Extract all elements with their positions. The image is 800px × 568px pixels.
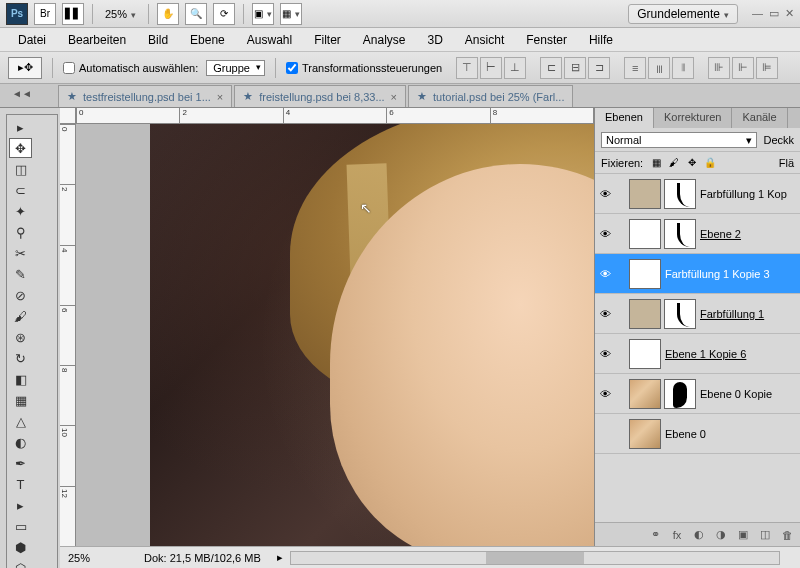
layer-thumbnail[interactable] xyxy=(629,299,661,329)
eraser-tool[interactable]: ◧ xyxy=(9,369,32,389)
rotate-view-icon[interactable]: ⟳ xyxy=(213,3,235,25)
menu-auswahl[interactable]: Auswahl xyxy=(237,30,302,50)
history-brush-tool[interactable]: ↻ xyxy=(9,348,32,368)
layer-row[interactable]: 👁Ebene 2 xyxy=(595,214,800,254)
collapse-arrows-icon[interactable]: ◄◄ xyxy=(12,88,32,99)
align-right-icon[interactable]: ⊐ xyxy=(588,57,610,79)
distribute-5-icon[interactable]: ⊩ xyxy=(732,57,754,79)
close-button[interactable]: ✕ xyxy=(785,7,794,20)
visibility-toggle[interactable]: 👁 xyxy=(597,348,613,360)
horizontal-scrollbar[interactable] xyxy=(290,551,780,565)
layer-row[interactable]: 👁Ebene 1 Kopie 6 xyxy=(595,334,800,374)
align-vcenter-icon[interactable]: ⊢ xyxy=(480,57,502,79)
tab-korrekturen[interactable]: Korrekturen xyxy=(654,108,732,128)
menu-ansicht[interactable]: Ansicht xyxy=(455,30,514,50)
layer-name[interactable]: Farbfüllung 1 xyxy=(700,308,798,320)
menu-filter[interactable]: Filter xyxy=(304,30,351,50)
blur-tool[interactable]: △ xyxy=(9,411,32,431)
brush-tool[interactable]: 🖌 xyxy=(9,306,32,326)
move-tool-active[interactable]: ✥ xyxy=(9,138,32,158)
layer-row[interactable]: 👁Farbfüllung 1 xyxy=(595,294,800,334)
layer-row[interactable]: Ebene 0 xyxy=(595,414,800,454)
blend-mode-select[interactable]: Normal xyxy=(601,132,757,148)
doc-tab-3[interactable]: ★ tutorial.psd bei 25% (Farl... xyxy=(408,85,573,107)
menu-analyse[interactable]: Analyse xyxy=(353,30,416,50)
menu-3d[interactable]: 3D xyxy=(418,30,453,50)
pen-tool[interactable]: ✒ xyxy=(9,453,32,473)
distribute-3-icon[interactable]: ⫴ xyxy=(672,57,694,79)
minibridge-icon[interactable]: ▋▋ xyxy=(62,3,84,25)
distribute-1-icon[interactable]: ≡ xyxy=(624,57,646,79)
hand-tool-icon[interactable]: ✋ xyxy=(157,3,179,25)
lock-transparency-icon[interactable]: ▦ xyxy=(649,156,663,170)
doc-tab-2[interactable]: ★ freistellung.psd bei 8,33... × xyxy=(234,85,406,107)
layer-row[interactable]: 👁Ebene 0 Kopie xyxy=(595,374,800,414)
distribute-4-icon[interactable]: ⊪ xyxy=(708,57,730,79)
close-icon[interactable]: × xyxy=(391,91,397,103)
eyedropper-tool[interactable]: ✎ xyxy=(9,264,32,284)
menu-ebene[interactable]: Ebene xyxy=(180,30,235,50)
layer-name[interactable]: Ebene 1 Kopie 6 xyxy=(665,348,798,360)
layer-thumbnail[interactable] xyxy=(664,219,696,249)
lasso-tool[interactable]: ⊂ xyxy=(9,180,32,200)
scrollbar-thumb[interactable] xyxy=(486,552,584,564)
status-zoom[interactable]: 25% xyxy=(68,552,128,564)
workspace-menu[interactable]: Grundelemente xyxy=(628,4,738,24)
zoom-tool-icon[interactable]: 🔍 xyxy=(185,3,207,25)
visibility-toggle[interactable]: 👁 xyxy=(597,188,613,200)
type-tool[interactable]: T xyxy=(9,474,32,494)
bridge-icon[interactable]: Br xyxy=(34,3,56,25)
lock-pixels-icon[interactable]: 🖌 xyxy=(667,156,681,170)
layer-row[interactable]: 👁Farbfüllung 1 Kopie 3 xyxy=(595,254,800,294)
vertical-ruler[interactable]: 0 2 4 6 8 10 12 xyxy=(60,124,76,546)
stamp-tool[interactable]: ⊛ xyxy=(9,327,32,347)
3d-tool[interactable]: ⬢ xyxy=(9,537,32,557)
gradient-tool[interactable]: ▦ xyxy=(9,390,32,410)
layer-thumbnail[interactable] xyxy=(629,259,661,289)
app-icon[interactable]: Ps xyxy=(6,3,28,25)
menu-datei[interactable]: Datei xyxy=(8,30,56,50)
align-top-icon[interactable]: ⊤ xyxy=(456,57,478,79)
layer-name[interactable]: Ebene 2 xyxy=(700,228,798,240)
tab-ebenen[interactable]: Ebenen xyxy=(595,108,654,128)
layer-name[interactable]: Farbfüllung 1 Kop xyxy=(700,188,798,200)
quick-select-tool[interactable]: ⚲ xyxy=(9,222,32,242)
auto-select-target[interactable]: Gruppe xyxy=(206,60,265,76)
new-layer-icon[interactable]: ◫ xyxy=(756,528,774,541)
crop-tool[interactable]: ✂ xyxy=(9,243,32,263)
status-docinfo[interactable]: Dok: 21,5 MB/102,6 MB xyxy=(144,552,261,564)
wand-tool[interactable]: ✦ xyxy=(9,201,32,221)
layer-thumbnail[interactable] xyxy=(629,219,661,249)
lock-all-icon[interactable]: 🔒 xyxy=(703,156,717,170)
layer-row[interactable]: 👁Farbfüllung 1 Kop xyxy=(595,174,800,214)
layer-name[interactable]: Farbfüllung 1 Kopie 3 xyxy=(665,268,798,280)
menu-bild[interactable]: Bild xyxy=(138,30,178,50)
shape-tool[interactable]: ▭ xyxy=(9,516,32,536)
distribute-2-icon[interactable]: ⫼ xyxy=(648,57,670,79)
visibility-toggle[interactable]: 👁 xyxy=(597,228,613,240)
visibility-toggle[interactable]: 👁 xyxy=(597,308,613,320)
3d-camera-tool[interactable]: ⬡ xyxy=(9,558,32,568)
layer-mask-icon[interactable]: ◐ xyxy=(690,528,708,541)
tab-kanaele[interactable]: Kanäle xyxy=(732,108,787,128)
zoom-level[interactable]: 25% xyxy=(101,8,140,20)
menu-fenster[interactable]: Fenster xyxy=(516,30,577,50)
layer-thumbnail[interactable] xyxy=(664,179,696,209)
transform-controls-input[interactable] xyxy=(286,62,298,74)
path-select-tool[interactable]: ▸ xyxy=(9,495,32,515)
doc-tab-1[interactable]: ★ testfreistellung.psd bei 1... × xyxy=(58,85,232,107)
layer-thumbnail[interactable] xyxy=(664,379,696,409)
minimize-button[interactable]: — xyxy=(752,7,763,20)
align-left-icon[interactable]: ⊏ xyxy=(540,57,562,79)
visibility-toggle[interactable]: 👁 xyxy=(597,268,613,280)
distribute-6-icon[interactable]: ⊫ xyxy=(756,57,778,79)
document-canvas[interactable]: ↖ xyxy=(150,124,670,546)
adjustment-layer-icon[interactable]: ◑ xyxy=(712,528,730,541)
ruler-origin[interactable] xyxy=(60,108,76,124)
layer-thumbnail[interactable] xyxy=(629,419,661,449)
arrange-docs-icon[interactable]: ▦ xyxy=(280,3,302,25)
screen-mode-icon[interactable]: ▣ xyxy=(252,3,274,25)
delete-layer-icon[interactable]: 🗑 xyxy=(778,529,796,541)
layer-name[interactable]: Ebene 0 Kopie xyxy=(700,388,798,400)
move-tool[interactable]: ▸ xyxy=(9,117,32,137)
